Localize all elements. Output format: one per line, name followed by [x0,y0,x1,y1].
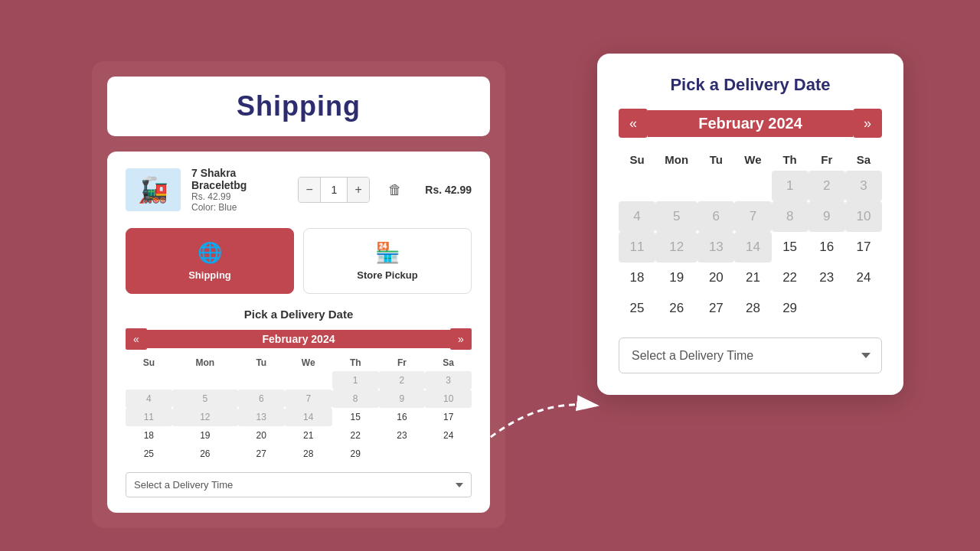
mini-cal-next-button[interactable]: » [450,328,472,350]
mini-cal-day-9[interactable]: 9 [379,390,426,408]
mini-cal-day-18[interactable]: 18 [126,426,172,445]
mini-cal-cell-empty [238,371,285,390]
right-cal-day-26[interactable]: 26 [655,293,697,324]
left-panel: Shipping 🚂 7 Shakra Braceletbg Rs. 42.99… [92,61,505,528]
right-cal-cell-empty [808,293,845,324]
mini-cal-day-25[interactable]: 25 [126,445,172,463]
mini-cal-day-20[interactable]: 20 [238,426,285,445]
right-cal-day-21[interactable]: 21 [734,262,771,293]
mini-cal-day-11[interactable]: 11 [126,408,172,426]
shipping-tab-label: Shipping [188,269,231,281]
right-cal-day-10[interactable]: 10 [845,201,882,232]
mini-cal-day-8[interactable]: 8 [332,390,379,408]
right-cal-day-14[interactable]: 14 [734,232,771,262]
right-cal-cell-empty [697,171,734,201]
right-cal-day-6[interactable]: 6 [697,201,734,232]
product-total: Rs. 42.99 [425,184,472,196]
table-row: 18 19 20 21 22 23 24 [126,426,472,445]
store-pickup-tab[interactable]: 🏪 Store Pickup [303,228,472,294]
right-cal-day-2[interactable]: 2 [808,171,845,201]
mini-cal-day-6[interactable]: 6 [238,390,285,408]
mini-cal-dow-we: We [285,354,332,371]
right-cal-dow-we: We [734,148,771,171]
qty-decrease-button[interactable]: − [299,178,320,202]
right-cal-dow-mon: Mon [655,148,697,171]
right-cal-day-22[interactable]: 22 [772,262,808,293]
mini-cal-day-14[interactable]: 14 [285,408,332,426]
mini-cal-day-24[interactable]: 24 [425,426,472,445]
right-cal-day-8[interactable]: 8 [772,201,808,232]
right-cal-grid: Su Mon Tu We Th Fr Sa 1 2 3 4 5 [619,148,882,324]
right-cal-day-24[interactable]: 24 [845,262,882,293]
mini-cal-day-13[interactable]: 13 [238,408,285,426]
mini-cal-day-15[interactable]: 15 [332,408,379,426]
right-cal-day-13[interactable]: 13 [697,232,734,262]
mini-cal-day-12[interactable]: 12 [172,408,238,426]
right-cal-next-button[interactable]: » [853,109,882,138]
right-cal-title: Pick a Delivery Date [619,75,882,95]
delete-icon[interactable]: 🗑 [388,182,402,198]
mini-cal-day-21[interactable]: 21 [285,426,332,445]
right-cal-dow-fr: Fr [808,148,845,171]
right-cal-day-7[interactable]: 7 [734,201,771,232]
mini-cal-day-22[interactable]: 22 [332,426,379,445]
right-cal-day-17[interactable]: 17 [845,232,882,262]
product-details: 7 Shakra Braceletbg Rs. 42.99 Color: Blu… [191,167,287,213]
mini-cal-dow-su: Su [126,354,172,371]
table-row: 25 26 27 28 29 [126,445,472,463]
right-cal-day-20[interactable]: 20 [697,262,734,293]
mini-delivery-time-select[interactable]: Select a Delivery Time 9:00 AM - 11:00 A… [126,472,472,497]
right-cal-day-28[interactable]: 28 [734,293,771,324]
qty-increase-button[interactable]: + [348,178,369,202]
mini-cal-day-1[interactable]: 1 [332,371,379,390]
right-cal-day-12[interactable]: 12 [655,232,697,262]
quantity-input[interactable] [320,178,348,202]
right-cal-day-23[interactable]: 23 [808,262,845,293]
page-title: Shipping [138,90,459,122]
mini-cal-day-17[interactable]: 17 [425,408,472,426]
right-cal-day-11[interactable]: 11 [619,232,655,262]
right-cal-cell-empty [655,171,697,201]
mini-cal-day-4[interactable]: 4 [126,390,172,408]
mini-calendar-section: Pick a Delivery Date « February 2024 » S… [126,308,472,497]
mini-cal-day-7[interactable]: 7 [285,390,332,408]
right-cal-header: « February 2024 » [619,109,882,138]
mini-cal-day-26[interactable]: 26 [172,445,238,463]
right-cal-day-9[interactable]: 9 [808,201,845,232]
right-cal-day-16[interactable]: 16 [808,232,845,262]
right-cal-day-3[interactable]: 3 [845,171,882,201]
right-cal-day-19[interactable]: 19 [655,262,697,293]
mini-cal-day-10[interactable]: 10 [425,390,472,408]
product-image: 🚂 [126,168,181,211]
mini-cal-day-28[interactable]: 28 [285,445,332,463]
mini-cal-cell-empty [285,371,332,390]
mini-cal-dow-mon: Mon [172,354,238,371]
right-cal-dow-tu: Tu [697,148,734,171]
right-cal-day-25[interactable]: 25 [619,293,655,324]
right-cal-day-1[interactable]: 1 [772,171,808,201]
mini-cal-cell-empty [425,445,472,463]
right-cal-day-15[interactable]: 15 [772,232,808,262]
right-cal-day-18[interactable]: 18 [619,262,655,293]
right-cal-day-29[interactable]: 29 [772,293,808,324]
product-color: Color: Blue [191,202,287,213]
mini-calendar: « February 2024 » Su Mon Tu We Th Fr Sa [126,328,472,463]
mini-cal-day-19[interactable]: 19 [172,426,238,445]
right-cal-cell-empty [845,293,882,324]
mini-cal-day-3[interactable]: 3 [425,371,472,390]
mini-cal-prev-button[interactable]: « [126,328,147,350]
right-cal-day-4[interactable]: 4 [619,201,655,232]
mini-cal-day-29[interactable]: 29 [332,445,379,463]
product-card: 🚂 7 Shakra Braceletbg Rs. 42.99 Color: B… [107,152,490,513]
right-cal-day-27[interactable]: 27 [697,293,734,324]
mini-cal-day-16[interactable]: 16 [379,408,426,426]
mini-cal-day-2[interactable]: 2 [379,371,426,390]
right-delivery-time-select[interactable]: Select a Delivery Time 9:00 AM - 11:00 A… [619,337,882,373]
mini-cal-dow-sa: Sa [425,354,472,371]
mini-cal-day-5[interactable]: 5 [172,390,238,408]
right-cal-day-5[interactable]: 5 [655,201,697,232]
mini-cal-day-27[interactable]: 27 [238,445,285,463]
mini-cal-day-23[interactable]: 23 [379,426,426,445]
shipping-tab[interactable]: 🌐 Shipping [126,228,294,294]
right-cal-prev-button[interactable]: « [619,109,648,138]
